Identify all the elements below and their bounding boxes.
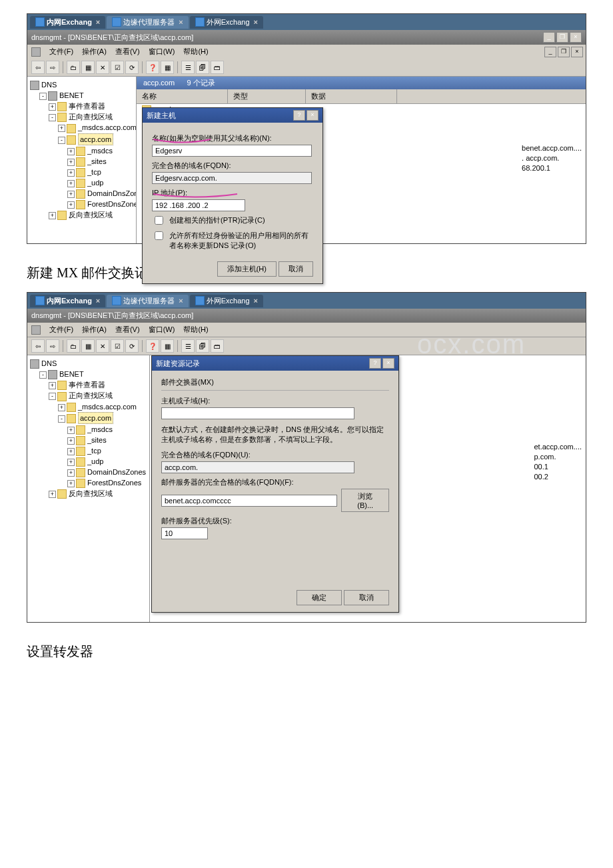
up-button[interactable]: 🗀 [67,61,80,74]
col-type[interactable]: 类型 [228,89,306,103]
close-icon[interactable]: × [96,297,100,305]
ip-input[interactable] [152,199,245,211]
dialog-tab[interactable]: 邮件交换器(MX) [161,377,389,391]
tree-sub[interactable]: +ForestDnsZones [30,477,147,488]
menu-action[interactable]: 操作(A) [82,47,107,55]
tab-2[interactable]: 边缘代理服务器× [107,295,188,307]
tree-root[interactable]: DNS [30,79,133,90]
tree-sub[interactable]: +_sites [30,435,147,445]
host-input[interactable] [161,407,354,419]
refresh-button[interactable]: ⟳ [125,61,139,74]
minimize-button[interactable]: _ [543,32,555,43]
tool-button[interactable]: ▦ [161,61,174,74]
add-host-button[interactable]: 添加主机(H) [217,261,277,277]
up-button[interactable]: 🗀 [67,339,80,353]
col-data[interactable]: 数据 [306,89,397,103]
browse-button[interactable]: 浏览(B)... [341,489,389,512]
menu-action[interactable]: 操作(A) [82,325,107,333]
tree-sub[interactable]: +_msdcs [30,145,133,156]
allow-update-checkbox[interactable] [155,231,163,240]
maximize-button[interactable]: ❐ [556,32,568,43]
ok-button[interactable]: 确定 [297,590,342,605]
tree-zone[interactable]: +_msdcs.accp.com [30,401,147,412]
help-button[interactable]: ? [369,358,381,369]
tree-root[interactable]: DNS [30,358,147,369]
cancel-button[interactable]: 取消 [279,261,313,277]
tool-button[interactable]: ✕ [96,339,109,353]
menu-window[interactable]: 窗口(W) [149,325,175,333]
tab-3[interactable]: 外网Exchang× [190,16,263,29]
tool-button[interactable]: 🗃 [211,339,224,353]
tree-sub[interactable]: +_tcp [30,445,147,456]
tool-button[interactable]: 🗃 [211,61,224,74]
close-icon[interactable]: × [96,18,100,26]
tool-button[interactable]: ☑ [111,339,124,353]
tree-sub[interactable]: +_sites [30,156,133,167]
tab-1[interactable]: 内网Exchang× [30,295,105,307]
help-button[interactable]: ❓ [146,339,159,353]
menu-file[interactable]: 文件(F) [49,47,73,55]
close-icon[interactable]: × [179,18,183,26]
child-maximize[interactable]: ❐ [558,47,570,57]
mailserver-input[interactable] [161,495,337,507]
tool-button[interactable]: ▦ [81,339,95,353]
tree-forward[interactable]: -正向查找区域 [30,390,147,401]
tool-button[interactable]: ▦ [81,61,95,74]
tab-3[interactable]: 外网Exchang× [190,295,263,307]
tab-2[interactable]: 边缘代理服务器× [107,16,188,29]
tree-sub[interactable]: +DomainDnsZones [30,467,147,477]
close-button[interactable]: × [570,32,582,43]
tree-sub[interactable]: +_udp [30,456,147,467]
mailserver-label: 邮件服务器的完全合格的域名(FQDN)(F): [161,477,389,487]
tree-zone-selected[interactable]: -accp.com [30,133,133,145]
tab-1[interactable]: 内网Exchang× [30,16,105,29]
back-button[interactable]: ⇦ [31,339,45,353]
tree-forward[interactable]: -正向查找区域 [30,111,133,122]
tree-reverse[interactable]: +反向查找区域 [30,209,133,220]
menu-view[interactable]: 查看(V) [115,47,140,55]
forward-button[interactable]: ⇨ [46,61,59,74]
close-icon[interactable]: × [179,297,183,305]
tree-sub[interactable]: +_udp [30,177,133,188]
refresh-button[interactable]: ⟳ [125,339,139,353]
tool-button[interactable]: ☑ [111,61,124,74]
close-icon[interactable]: × [254,18,258,26]
child-close[interactable]: × [571,47,583,57]
menu-view[interactable]: 查看(V) [115,325,140,333]
tree-sub[interactable]: +_msdcs [30,424,147,435]
help-button[interactable]: ? [293,110,305,121]
close-icon[interactable]: × [254,297,258,305]
ptr-checkbox[interactable] [155,216,163,225]
tool-button[interactable]: 🗐 [196,61,209,74]
tool-button[interactable]: 🗐 [196,339,209,353]
tool-button[interactable]: ▦ [161,339,174,353]
priority-input[interactable] [161,527,208,539]
tree-server[interactable]: -BENET [30,369,147,379]
tree-server[interactable]: -BENET [30,90,133,101]
menu-help[interactable]: 帮助(H) [183,325,208,333]
close-button[interactable]: × [306,110,318,121]
tool-button[interactable]: ☰ [181,61,195,74]
tree-sub[interactable]: +_tcp [30,167,133,177]
tool-button[interactable]: ☰ [181,339,195,353]
menubar: 文件(F) 操作(A) 查看(V) 窗口(W) 帮助(H) [27,323,586,337]
forward-button[interactable]: ⇨ [46,339,59,353]
close-button[interactable]: × [382,358,394,369]
cancel-button[interactable]: 取消 [344,590,389,605]
tree-zone-selected[interactable]: -accp.com [30,412,147,424]
tree-sub[interactable]: +ForestDnsZones [30,199,133,209]
tree-zone[interactable]: +_msdcs.accp.com [30,122,133,133]
menu-help[interactable]: 帮助(H) [183,47,208,55]
tree-event[interactable]: +事件查看器 [30,379,147,390]
tree-reverse[interactable]: +反向查找区域 [30,488,147,499]
hostname-input[interactable] [152,145,312,157]
menu-file[interactable]: 文件(F) [49,325,73,333]
child-minimize[interactable]: _ [544,47,556,57]
menu-window[interactable]: 窗口(W) [149,47,175,55]
tree-event[interactable]: +事件查看器 [30,101,133,111]
help-button[interactable]: ❓ [146,61,159,74]
tool-button[interactable]: ✕ [96,61,109,74]
back-button[interactable]: ⇦ [31,61,45,74]
col-name[interactable]: 名称 [137,89,228,103]
tree-sub[interactable]: +DomainDnsZones [30,188,133,199]
